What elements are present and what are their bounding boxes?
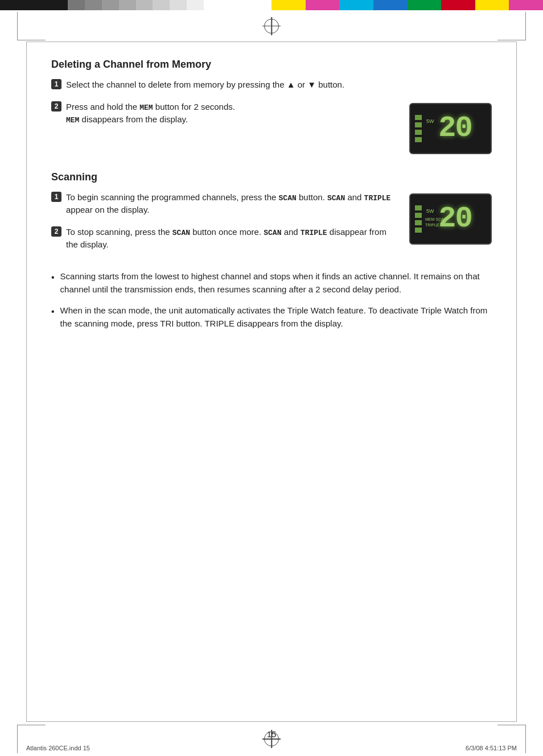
step-badge-2: 2 xyxy=(51,101,61,111)
mem-label-inline2: MEM xyxy=(66,116,79,125)
label-5w-2: 5W xyxy=(426,208,434,214)
scanning-steps-col: 1 To begin scanning the programmed chann… xyxy=(51,191,398,261)
scanning-section: Scanning 1 To begin scanning the program… xyxy=(51,171,492,331)
delete-step2-text: Press and hold the MEM button for 2 seco… xyxy=(66,101,398,126)
bullet-dot-1: • xyxy=(51,271,55,285)
scanning-step2-text: To stop scanning, press the SCAN button … xyxy=(66,226,398,251)
scanning-step1-row: 1 To begin scanning the programmed chann… xyxy=(51,191,492,261)
delete-step1-text: Select the channel to delete from memory… xyxy=(66,79,492,92)
delete-step2-row: 2 Press and hold the MEM button for 2 se… xyxy=(51,101,492,154)
main-content: Deleting a Channel from Memory 1 Select … xyxy=(0,42,543,373)
scan-label: SCAN xyxy=(435,217,446,221)
scan-inline-1: SCAN xyxy=(279,194,297,203)
scanning-heading: Scanning xyxy=(51,171,492,183)
scan-inline-4: SCAN xyxy=(264,229,281,237)
delete-display: 5W 20 xyxy=(409,103,492,154)
scan-inline-3: SCAN xyxy=(172,229,190,237)
scanning-step-1: 1 To begin scanning the programmed chann… xyxy=(51,191,398,217)
tri-inline: TRI xyxy=(160,319,174,328)
triple-label: TRIPLE xyxy=(425,223,439,227)
scan-badge-2: 2 xyxy=(51,226,61,237)
bar8 xyxy=(415,228,422,233)
display-content-1: 5W 20 xyxy=(424,114,491,143)
bullet-item-1: • Scanning starts from the lowest to hig… xyxy=(51,270,492,296)
triple-inline-3: TRIPLE xyxy=(204,319,235,328)
signal-bars-1 xyxy=(410,108,424,149)
signal-bars-2 xyxy=(410,199,424,239)
color-bar xyxy=(0,0,543,10)
scanning-display-col: 5W MEM SCAN TRIPLE 20 xyxy=(409,191,492,245)
bullet-list: • Scanning starts from the lowest to hig… xyxy=(51,270,492,331)
label-5w-1: 5W xyxy=(426,118,434,124)
mem-label: MEM xyxy=(425,217,434,221)
display-content-2: 5W MEM SCAN TRIPLE 20 xyxy=(424,204,491,234)
bar1 xyxy=(415,115,422,120)
delete-step-1: 1 Select the channel to delete from memo… xyxy=(51,79,492,92)
footer-left: Atlantis 260CE.indd 15 xyxy=(26,745,90,751)
bar6 xyxy=(415,213,422,218)
triple-inline-1: TRIPLE xyxy=(364,194,391,203)
scanning-display: 5W MEM SCAN TRIPLE 20 xyxy=(409,193,492,245)
delete-display-img-col: 5W 20 xyxy=(409,101,492,154)
mem-label-inline: MEM xyxy=(139,104,153,112)
footer-right: 6/3/08 4:51:13 PM xyxy=(466,745,517,751)
delete-step2-col: 2 Press and hold the MEM button for 2 se… xyxy=(51,101,398,135)
bullet-text-2: When in the scan mode, the unit automati… xyxy=(60,304,492,331)
delete-section: Deleting a Channel from Memory 1 Select … xyxy=(51,59,492,154)
bar4 xyxy=(415,137,422,142)
triple-inline-2: TRIPLE xyxy=(301,229,327,237)
delete-heading: Deleting a Channel from Memory xyxy=(51,59,492,71)
scanning-step1-text: To begin scanning the programmed channel… xyxy=(66,191,398,217)
scan-inline-2: SCAN xyxy=(327,194,345,203)
bar3 xyxy=(415,130,422,135)
scanning-step-2: 2 To stop scanning, press the SCAN butto… xyxy=(51,226,398,251)
step-badge-1: 1 xyxy=(51,79,61,89)
bar2 xyxy=(415,122,422,127)
delete-step-2: 2 Press and hold the MEM button for 2 se… xyxy=(51,101,398,126)
footer-info: Atlantis 260CE.indd 15 6/3/08 4:51:13 PM xyxy=(0,745,543,751)
bullet-dot-2: • xyxy=(51,305,55,319)
bullet-item-2: • When in the scan mode, the unit automa… xyxy=(51,304,492,331)
bullet-text-1: Scanning starts from the lowest to highe… xyxy=(60,270,492,296)
scan-badge-1: 1 xyxy=(51,192,61,202)
mem-scan-triple-label: MEM SCAN TRIPLE xyxy=(425,217,447,228)
bar5 xyxy=(415,205,422,210)
reg-marks-top xyxy=(0,10,543,42)
bar7 xyxy=(415,220,422,225)
